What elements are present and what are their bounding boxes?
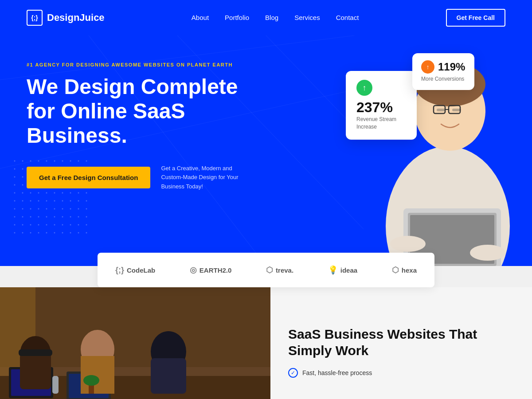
hero-sub-text: Get a Creative, Modern and Custom-Made D… — [161, 164, 239, 192]
saas-section: SaaS Business Websites That Simply Work … — [270, 287, 532, 399]
conversions-number: 119% — [438, 61, 465, 73]
codelab-icon: {;} — [115, 266, 124, 275]
navbar: {;} DesignJuice About Portfolio Blog Ser… — [0, 0, 532, 35]
svg-rect-11 — [437, 109, 446, 111]
stat-card-conversions: ↑ 119% More Conversions — [412, 53, 474, 90]
partner-ideaa: 💡 ideaa — [328, 265, 357, 275]
logo-icon: {;} — [27, 10, 43, 26]
hero-content: #1 Agency For Designing Awesome Websites… — [0, 35, 266, 192]
hero-title: We Design Complete for Online SaaS Busin… — [27, 74, 239, 148]
nav-services[interactable]: Services — [294, 14, 320, 21]
partner-earth: ◎ EARTH2.0 — [190, 265, 232, 275]
revenue-label: Revenue Stream Increase — [356, 116, 406, 131]
conversions-label: More Conversions — [421, 75, 466, 83]
partners-bar: {;} CodeLab ◎ EARTH2.0 ⬡ treva. 💡 ideaa … — [98, 253, 434, 287]
stat-card-revenue: ↑ 237% Revenue Stream Increase — [346, 71, 417, 140]
conversions-icon-row: ↑ 119% — [421, 60, 466, 74]
nav-cta-button[interactable]: Get Free Call — [446, 9, 505, 27]
revenue-up-icon: ↑ — [356, 80, 372, 96]
revenue-number: 237% — [356, 99, 406, 116]
treva-icon: ⬡ — [266, 265, 273, 275]
earth-icon: ◎ — [190, 265, 197, 275]
svg-point-20 — [470, 245, 505, 261]
feature-label: Fast, hassle-free process — [302, 369, 372, 376]
ideaa-icon: 💡 — [328, 265, 338, 275]
logo[interactable]: {;} DesignJuice — [27, 10, 105, 26]
bottom-section: SaaS Business Websites That Simply Work … — [0, 287, 532, 399]
hero-cta-button[interactable]: Get a Free Design Consultation — [27, 167, 150, 188]
hero-tag: #1 Agency For Designing Awesome Websites… — [27, 62, 239, 67]
saas-feature-1: ✓ Fast, hassle-free process — [288, 368, 514, 378]
partner-hexa: ⬡ hexa — [392, 265, 417, 275]
nav-links: About Portfolio Blog Services Contact — [192, 14, 359, 22]
photo-overlay — [0, 287, 270, 399]
check-icon: ✓ — [288, 368, 298, 378]
logo-text: DesignJuice — [47, 12, 105, 23]
hero-section: #1 Agency For Designing Awesome Websites… — [0, 35, 532, 266]
nav-blog[interactable]: Blog — [265, 14, 278, 21]
nav-contact[interactable]: Contact — [336, 14, 359, 21]
nav-portfolio[interactable]: Portfolio — [225, 14, 249, 21]
hexa-icon: ⬡ — [392, 265, 399, 275]
nav-about[interactable]: About — [192, 14, 209, 21]
conversions-up-icon: ↑ — [421, 60, 434, 74]
partner-treva: ⬡ treva. — [266, 265, 293, 275]
hero-cta-row: Get a Free Design Consultation Get a Cre… — [27, 164, 239, 192]
svg-point-19 — [390, 236, 426, 252]
saas-title: SaaS Business Websites That Simply Work — [288, 326, 514, 359]
partner-codelab: {;} CodeLab — [115, 266, 155, 275]
team-photo — [0, 287, 270, 399]
